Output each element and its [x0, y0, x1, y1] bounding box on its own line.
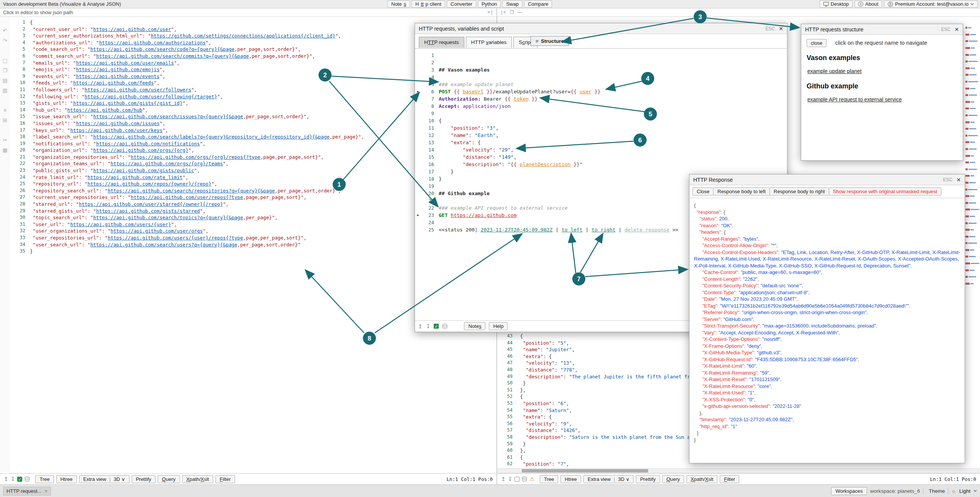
window-titlebar: HTTP requests structure ESC ✕	[801, 24, 963, 35]
http-request-chip[interactable]: HTTP request... ×	[3, 487, 51, 495]
code-line[interactable]: 10{	[415, 117, 787, 124]
checkbox-checked-icon[interactable]: ✓	[434, 324, 439, 329]
delete-icon[interactable]: ▦	[2, 147, 7, 157]
code-line[interactable]: 15 "distance": "149",	[415, 153, 787, 161]
right-editor-toolbar: ↥ ↧ ⚠ TreeHtreeExtra view|3D ∨PrettifyQu…	[497, 473, 980, 484]
import-icon[interactable]: ↧	[508, 476, 513, 482]
export-icon[interactable]: ↥	[501, 476, 506, 482]
request-link-example-update-planet[interactable]: example update planet	[807, 68, 862, 74]
code-line[interactable]: 5### example update planet	[415, 81, 787, 88]
tree-button[interactable]: Tree	[35, 475, 54, 483]
code-line[interactable]: 12 "name": "Earth",	[415, 132, 787, 139]
theme-label: Theme	[929, 488, 945, 494]
menu-notes[interactable]: Notes	[387, 0, 410, 8]
menu-converter[interactable]: Converter	[447, 0, 476, 8]
request-link-example-api-request-to-external-service[interactable]: example API request to external service	[807, 96, 902, 103]
close-icon[interactable]: ✕	[779, 26, 783, 32]
export-icon[interactable]: ↥	[4, 476, 8, 482]
response-body-to-right-button[interactable]: Response body to right	[769, 187, 829, 196]
htree-button[interactable]: Htree	[560, 475, 581, 483]
expand-right-icon[interactable]: >|	[487, 10, 493, 15]
close-button[interactable]: Close	[693, 187, 713, 196]
database-icon[interactable]	[522, 476, 527, 482]
code-line[interactable]: 8Accept: application/json	[415, 103, 787, 110]
http-response-window: HTTP Response ESC ✕ CloseResponse body t…	[689, 174, 965, 463]
group-heading: Vason examples	[807, 54, 957, 62]
account-button[interactable]: Premium Account: test@vason.io	[884, 0, 978, 8]
paste-icon[interactable]: ▤	[2, 77, 7, 87]
import-icon[interactable]: ↧	[426, 323, 431, 329]
main-menu: NotesHttp clientConverterPythonSwapCompa…	[387, 0, 552, 8]
response-body-to-left-button[interactable]: Response body to left	[713, 187, 769, 196]
close-button[interactable]: close	[807, 39, 826, 47]
paste-special-icon[interactable]: ▥	[2, 87, 7, 97]
desktop-icon	[823, 2, 829, 7]
redo-icon[interactable]: ↷	[3, 37, 7, 47]
filter-button[interactable]: Filter	[216, 475, 235, 483]
export-icon[interactable]: ↥	[418, 323, 423, 329]
chip-close-icon[interactable]: ×	[45, 488, 48, 494]
menu-http-client[interactable]: Http client	[412, 0, 445, 8]
xpath-xslt-button[interactable]: Xpath/Xslt	[686, 475, 717, 483]
cut-icon[interactable]: ✂	[3, 137, 7, 147]
tree-button[interactable]: Tree	[540, 475, 558, 483]
cursor-position: Ln:1 Col:1 Pos:0	[930, 476, 976, 482]
htree-button[interactable]: Htree	[56, 475, 77, 483]
close-icon[interactable]: ✕	[954, 26, 959, 33]
checkbox-unchecked-icon[interactable]	[514, 477, 519, 482]
xpath-xslt-button[interactable]: Xpath/Xslt	[182, 475, 213, 483]
menu-compare[interactable]: Compare	[524, 0, 552, 8]
format-icon[interactable]: ≡	[3, 107, 7, 117]
copy-icon[interactable]: ❐	[3, 67, 8, 77]
top-menu-bar: Vason development Beta (Visualize & Anal…	[0, 0, 980, 8]
code-line[interactable]: ▶6POST {{ baseUrl }}/exampleUpdatePlanet…	[415, 88, 787, 95]
prettify-button[interactable]: Prettify	[132, 475, 155, 483]
chevron-down-icon[interactable]	[973, 490, 977, 492]
prettify-button[interactable]: Prettify	[636, 475, 660, 483]
status-bar: HTTP request... × Workspaces workspace: …	[0, 484, 980, 497]
code-line[interactable]: 4	[415, 73, 787, 81]
help-button[interactable]: Help	[489, 322, 508, 330]
query-button[interactable]: Query	[158, 475, 180, 483]
right-editor-clipped-text	[965, 24, 979, 288]
desktop-button[interactable]: Desktop	[820, 0, 853, 8]
structure-button[interactable]: ≡ Structure	[531, 36, 569, 46]
code-line[interactable]: 16 "description": "{{ planetDescription …	[415, 161, 787, 168]
about-button[interactable]: About	[854, 0, 882, 8]
query-button[interactable]: Query	[662, 475, 684, 483]
notes-button[interactable]: Notes	[464, 322, 485, 330]
code-line[interactable]: 7Authorization: Bearer {{ token }}	[415, 95, 787, 103]
menu-swap[interactable]: Swap	[502, 0, 523, 8]
import-icon[interactable]: ↧	[11, 476, 15, 482]
window-title: HTTP requests structure	[805, 26, 863, 33]
code-line[interactable]: 3## Vason examples	[415, 66, 787, 73]
theme-value[interactable]: Light	[959, 488, 970, 494]
workspaces-button[interactable]: Workspaces	[831, 487, 867, 495]
close-icon[interactable]: ✕	[956, 177, 961, 183]
extra-view-button[interactable]: Extra view|3D ∨	[583, 475, 634, 483]
code-line[interactable]: 1	[415, 52, 787, 59]
checkbox-checked-icon[interactable]: ✓	[17, 477, 22, 482]
show-response-with-original-unmasked-request-button[interactable]: Show response with original unmasked req…	[829, 187, 941, 196]
scrollbar-thumb[interactable]	[522, 469, 648, 473]
info-icon	[858, 2, 863, 7]
database-icon[interactable]	[24, 476, 30, 482]
pane-controls-icons[interactable]: |< ❐ —	[501, 10, 523, 15]
code-line[interactable]: 2	[415, 59, 787, 66]
tab-http-variables[interactable]: HTTP variables	[466, 37, 512, 48]
menu-python[interactable]: Python	[478, 0, 501, 8]
code-line[interactable]: 11 "position": "3",	[415, 124, 787, 132]
code-line[interactable]: 13 "extra": {	[415, 139, 787, 146]
select-icon[interactable]: ▢	[2, 57, 7, 67]
undo-icon[interactable]: ↶	[3, 28, 7, 37]
code-line[interactable]: 14 "velocity": "29",	[415, 146, 787, 153]
structure-window-body: close click on the request name to navig…	[801, 35, 963, 108]
tree-map-icon[interactable]: ⊞	[3, 117, 7, 127]
code-line[interactable]: 9	[415, 110, 787, 117]
window-titlebar: HTTP Response ESC ✕	[689, 174, 965, 185]
extra-view-button[interactable]: Extra view|3D ∨	[79, 475, 129, 483]
horizontal-scrollbar[interactable]	[498, 468, 979, 473]
tab-http-requests[interactable]: HTTP requests	[419, 37, 464, 48]
filter-button[interactable]: Filter	[720, 475, 739, 483]
database-icon[interactable]	[442, 324, 448, 329]
